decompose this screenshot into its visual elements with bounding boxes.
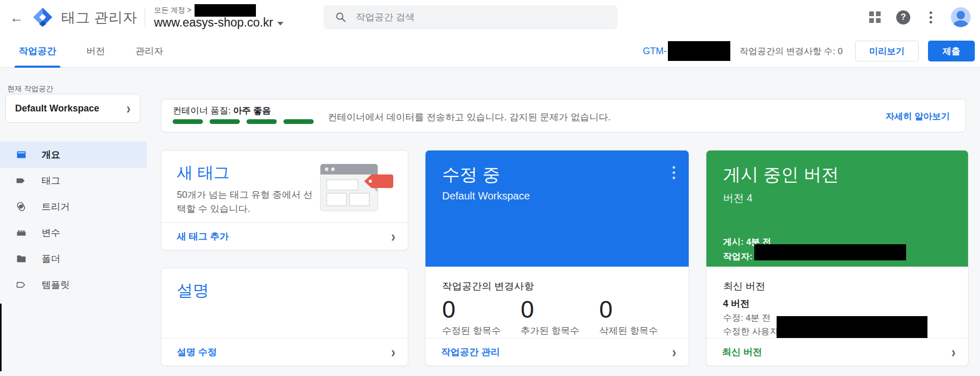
- gtm-container-id[interactable]: GTM-: [643, 41, 730, 61]
- learn-more-link[interactable]: 자세히 알아보기: [885, 110, 950, 122]
- workspace-name: Default Workspace: [15, 103, 99, 114]
- sidebar-item-label: 폴더: [42, 253, 60, 265]
- chevron-right-icon: ›: [126, 101, 131, 116]
- chevron-right-icon: ›: [951, 343, 956, 361]
- back-button[interactable]: ←: [7, 8, 26, 27]
- live-version-card: 게시 중인 버전 버전 4 게시: 4분 전 작업자: 최신 버전 4 버전 수…: [706, 150, 969, 366]
- tag-icon: [16, 175, 27, 186]
- workspace-search[interactable]: [324, 5, 617, 29]
- chevron-down-icon: [277, 22, 283, 26]
- sidebar-item-folders[interactable]: 폴더: [0, 246, 147, 272]
- quality-bar: [247, 119, 277, 124]
- sidebar-item-label: 트리거: [42, 200, 70, 213]
- search-icon: [335, 11, 346, 23]
- gtm-id-prefix: GTM-: [643, 46, 667, 57]
- description-card: 설명 설명 수정 ›: [161, 268, 408, 366]
- quality-bar: [210, 119, 240, 124]
- publisher-label: 작업자:: [723, 250, 753, 262]
- manage-workspace-action[interactable]: 작업공간 관리 ›: [425, 338, 689, 366]
- description-title: 설명: [177, 280, 209, 302]
- new-tag-card: 새 태그 50개가 넘는 태그 유형 중에서 선택할 수 있습니다. 새 태그 …: [161, 150, 408, 250]
- live-version-header: 게시 중인 버전 버전 4 게시: 4분 전 작업자:: [706, 151, 968, 267]
- add-new-tag-action[interactable]: 새 태그 추가 ›: [161, 222, 408, 250]
- new-tag-title: 새 태그: [177, 162, 230, 184]
- stat-added: 0 추가된 항목수: [521, 295, 599, 337]
- redacted-publisher: [754, 244, 906, 260]
- submit-button[interactable]: 제출: [928, 41, 975, 61]
- stat-value: 0: [599, 295, 677, 323]
- quality-bars: [173, 119, 314, 124]
- sidebar-item-label: 템플릿: [42, 279, 70, 291]
- now-editing-header: 수정 중 Default Workspace: [425, 151, 689, 267]
- sidebar-item-triggers[interactable]: 트리거: [0, 194, 147, 220]
- folder-icon: [16, 253, 27, 265]
- stat-label: 추가된 항목수: [521, 324, 599, 337]
- stat-deleted: 0 삭제된 항목수: [599, 295, 677, 337]
- tab-workspace[interactable]: 작업공간: [19, 34, 56, 68]
- chevron-right-icon: ›: [391, 343, 395, 361]
- new-tag-illustration: [317, 160, 396, 215]
- tab-versions[interactable]: 버전: [86, 34, 105, 68]
- sidebar-nav: 개요 태그 트리거: [0, 142, 147, 298]
- chevron-right-icon: ›: [672, 343, 676, 361]
- tag-manager-logo-icon: [32, 7, 53, 28]
- variable-icon: [16, 227, 27, 239]
- latest-version-title: 최신 버전: [723, 280, 765, 293]
- live-version-title: 게시 중인 버전: [723, 163, 839, 187]
- workspace-selector[interactable]: Default Workspace ›: [5, 94, 140, 123]
- apps-grid-icon[interactable]: [869, 11, 881, 23]
- trigger-icon: [16, 201, 27, 212]
- stat-label: 삭제된 항목수: [599, 324, 677, 337]
- template-icon: [16, 279, 27, 291]
- workspace-changes-count: 작업공간의 변경사항 수: 0: [740, 45, 843, 57]
- breadcrumb: 모든 계정 >: [154, 4, 256, 17]
- now-editing-title: 수정 중: [442, 163, 500, 187]
- quality-bar: [173, 119, 203, 124]
- stat-value: 0: [442, 295, 520, 323]
- quality-message: 컨테이너에서 데이터를 전송하고 있습니다. 감지된 문제가 없습니다.: [328, 111, 611, 123]
- top-header: ← 태그 관리자 모든 계정 > www.easys-shop.co.kr ?: [0, 0, 980, 34]
- more-menu-icon[interactable]: [926, 11, 935, 23]
- stat-value: 0: [521, 295, 599, 323]
- app-title: 태그 관리자: [61, 8, 137, 27]
- stat-modified: 0 수정된 항목수: [442, 295, 520, 337]
- latest-version-number: 4 버전: [723, 297, 750, 310]
- card-menu-icon[interactable]: [670, 164, 677, 181]
- sidebar-item-variables[interactable]: 변수: [0, 220, 147, 246]
- avatar[interactable]: [951, 7, 971, 27]
- sidebar-item-label: 태그: [42, 174, 60, 187]
- tab-bar: 작업공간 버전 관리자 GTM- 작업공간의 변경사항 수: 0 미리보기 제출: [0, 34, 980, 68]
- account-path-label: 모든 계정 >: [154, 6, 191, 15]
- add-new-tag-label: 새 태그 추가: [177, 230, 229, 243]
- container-selector[interactable]: www.easys-shop.co.kr: [154, 16, 283, 30]
- edit-description-action[interactable]: 설명 수정 ›: [161, 338, 408, 366]
- preview-button[interactable]: 미리보기: [855, 41, 919, 61]
- tab-admin[interactable]: 관리자: [135, 34, 163, 68]
- container-quality-value: 아주 좋음: [233, 106, 271, 116]
- sidebar-item-overview[interactable]: 개요: [0, 142, 147, 168]
- overview-icon: [16, 149, 27, 160]
- stat-label: 수정된 항목수: [442, 324, 520, 337]
- new-tag-description: 50개가 넘는 태그 유형 중에서 선택할 수 있습니다.: [177, 188, 320, 216]
- help-icon[interactable]: ?: [896, 10, 910, 24]
- redacted-gtm-id: [668, 41, 730, 61]
- manage-workspace-label: 작업공간 관리: [441, 346, 500, 358]
- sidebar-item-templates[interactable]: 템플릿: [0, 272, 147, 298]
- search-input[interactable]: [356, 12, 585, 23]
- live-version-number: 버전 4: [723, 191, 753, 205]
- sidebar-item-tags[interactable]: 태그: [0, 168, 147, 194]
- sidebar-item-label: 개요: [42, 148, 60, 161]
- latest-version-label: 최신 버전: [722, 346, 762, 358]
- container-quality-title: 컨테이너 품질: 아주 좋음: [173, 105, 271, 117]
- header-divider: [145, 8, 145, 27]
- latest-version-action[interactable]: 최신 버전 ›: [706, 338, 968, 366]
- modified-time-label: 수정: 4분 전: [723, 312, 771, 324]
- main-content: 현재 작업공간 Default Workspace › 개요 태그: [0, 68, 980, 376]
- sidebar-item-label: 변수: [42, 227, 60, 239]
- workspace-changes-title: 작업공간의 변경사항: [442, 280, 534, 293]
- redacted-account-name: [195, 4, 256, 17]
- modifier-label: 수정한 사용자:: [723, 325, 781, 337]
- chevron-right-icon: ›: [391, 228, 395, 246]
- quality-bar: [283, 119, 314, 124]
- current-workspace-label: 현재 작업공간: [7, 84, 53, 94]
